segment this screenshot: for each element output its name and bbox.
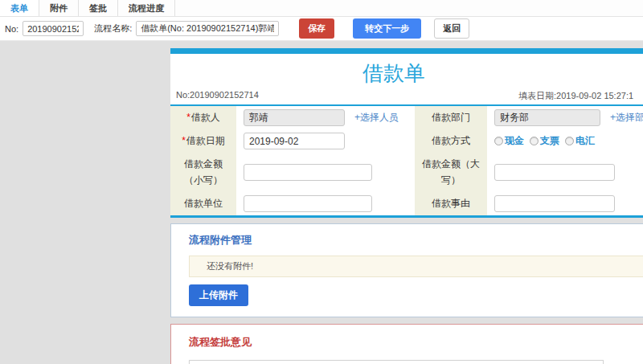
- forward-next-step-button[interactable]: 转交下一步: [353, 18, 421, 39]
- amount-small-label-cell: 借款金额（小写）: [170, 153, 236, 192]
- loan-reason-input[interactable]: [494, 195, 615, 212]
- required-mark: *: [182, 135, 186, 146]
- rich-text-editor: B I abc: [189, 360, 604, 364]
- process-name-input[interactable]: [136, 21, 279, 36]
- amount-small-input-cell: [236, 153, 415, 192]
- no-input[interactable]: [23, 21, 84, 36]
- amount-big-label-cell: 借款金额（大写）: [415, 153, 487, 192]
- form-title: 借款单: [170, 54, 617, 90]
- radio-check[interactable]: 支票: [530, 134, 559, 148]
- required-mark: *: [186, 112, 190, 123]
- dept-input-cell: +选择部门: [487, 106, 643, 129]
- no-label: No:: [5, 24, 18, 34]
- amount-small-input[interactable]: [244, 164, 372, 181]
- loan-reason-input-cell: [487, 192, 643, 215]
- loan-method-radio-group: 现金 支票 电汇: [494, 134, 600, 148]
- form-fill-date: 填表日期:2019-09-02 15:27:1: [518, 90, 633, 102]
- no-attachments-alert: 还没有附件!: [189, 256, 643, 277]
- borrower-input[interactable]: [244, 109, 345, 126]
- save-button[interactable]: 保存: [299, 18, 334, 39]
- tab-attachments[interactable]: 附件: [39, 0, 79, 16]
- attachments-heading: 流程附件管理: [189, 233, 643, 247]
- tab-form[interactable]: 表单: [0, 0, 39, 16]
- loan-unit-input-cell: [236, 192, 415, 215]
- form-meta-row: No:20190902152714 填表日期:2019-09-02 15:27:…: [170, 90, 643, 104]
- radio-wire[interactable]: 电汇: [565, 134, 595, 148]
- attachments-panel: 流程附件管理 还没有附件! 上传附件: [170, 223, 643, 317]
- radio-button-icon[interactable]: [494, 137, 503, 145]
- main-content: 借款单 No:20190902152714 填表日期:2019-09-02 15…: [170, 48, 643, 364]
- upload-attachment-button[interactable]: 上传附件: [189, 284, 248, 306]
- loan-form-panel: 借款单 No:20190902152714 填表日期:2019-09-02 15…: [170, 48, 643, 218]
- form-doc-number: No:20190902152714: [176, 90, 259, 100]
- loan-form-grid: *借款人 +选择人员 借款部门 +选择部门 *借款日期 借款方式: [170, 106, 643, 215]
- amount-big-input[interactable]: [494, 164, 615, 181]
- approval-opinion-heading: 流程签批意见: [189, 335, 643, 350]
- select-dept-link[interactable]: +选择部门: [610, 111, 643, 125]
- loan-unit-input[interactable]: [244, 195, 372, 212]
- top-header: 表单 附件 签批 流程进度 No: 流程名称: 保存 转交下一步 返回: [0, 0, 643, 41]
- back-button[interactable]: 返回: [434, 18, 469, 39]
- select-person-link[interactable]: +选择人员: [354, 111, 399, 125]
- loan-date-input[interactable]: [244, 133, 345, 149]
- loan-unit-label-cell: 借款单位: [170, 192, 236, 215]
- loan-method-label-cell: 借款方式: [415, 129, 487, 153]
- tab-bar: 表单 附件 签批 流程进度: [0, 0, 643, 17]
- form-bottom-accent-bar: [170, 215, 643, 218]
- tab-approval[interactable]: 签批: [79, 0, 118, 16]
- form-top-accent-bar: [170, 48, 643, 54]
- borrower-label-cell: *借款人: [170, 106, 236, 129]
- approval-opinion-panel: 流程签批意见 B I abc: [170, 324, 643, 364]
- tab-process-progress[interactable]: 流程进度: [118, 0, 175, 16]
- loan-date-label-cell: *借款日期: [170, 129, 236, 153]
- loan-date-input-cell: [236, 129, 415, 153]
- borrower-input-cell: +选择人员: [236, 106, 415, 129]
- radio-button-icon[interactable]: [565, 137, 574, 145]
- process-name-label: 流程名称:: [94, 22, 132, 35]
- editor-toolbar: B I abc: [190, 361, 603, 364]
- dept-label-cell: 借款部门: [415, 106, 487, 129]
- amount-big-input-cell: [487, 153, 643, 192]
- action-toolbar: No: 流程名称: 保存 转交下一步 返回: [0, 17, 643, 41]
- radio-button-icon[interactable]: [530, 137, 539, 145]
- radio-cash[interactable]: 现金: [494, 134, 524, 148]
- loan-reason-label-cell: 借款事由: [415, 192, 487, 215]
- loan-method-cell: 现金 支票 电汇: [487, 129, 643, 153]
- dept-input[interactable]: [494, 109, 600, 126]
